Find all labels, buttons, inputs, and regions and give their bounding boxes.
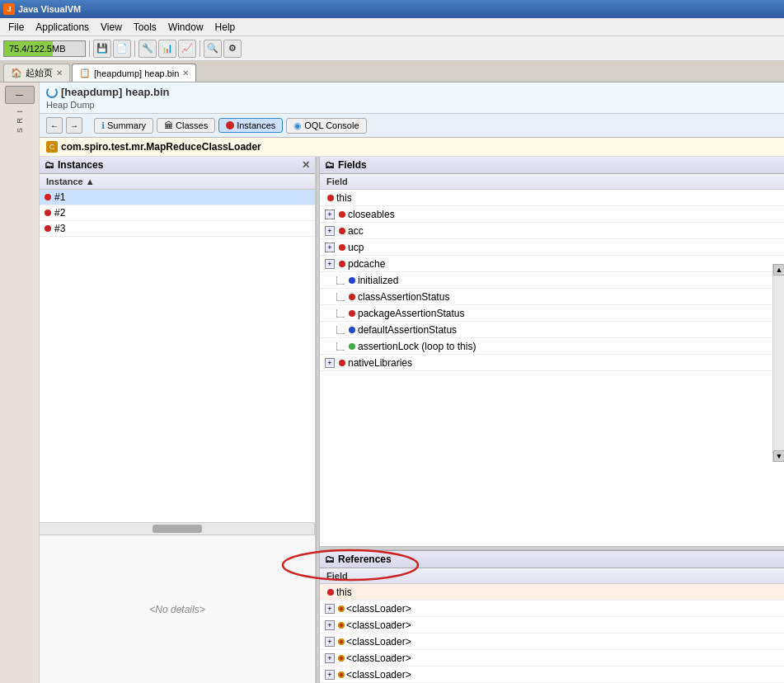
toolbar-btn-1[interactable]: 💾 bbox=[93, 40, 111, 58]
toolbar-btn-4[interactable]: 📊 bbox=[158, 40, 176, 58]
instances-title: 🗂 Instances bbox=[45, 159, 103, 171]
heap-title-text: [heapdump] heap.bin bbox=[61, 86, 169, 98]
nav-back[interactable]: ← bbox=[46, 117, 63, 134]
nav-forward[interactable]: → bbox=[66, 117, 82, 134]
instances-label: Instances bbox=[237, 120, 275, 130]
field-name-package-assertion: packageAssertionStatus bbox=[358, 308, 464, 319]
table-row[interactable]: #1 bbox=[40, 190, 315, 205]
menu-file[interactable]: File bbox=[3, 20, 29, 35]
ref-name-classloader-1: <classLoader> bbox=[346, 603, 411, 615]
field-expand-pdcache[interactable]: + bbox=[325, 259, 335, 269]
field-name-this: this bbox=[336, 192, 352, 204]
field-row[interactable]: classAssertionStatus bbox=[320, 289, 784, 305]
ref-row[interactable]: + <classLoader> bbox=[320, 667, 784, 683]
class-bar: C com.spiro.test.mr.MapReduceClassLoader bbox=[40, 138, 784, 157]
fields-table-header: Field bbox=[320, 174, 784, 190]
toolbar-btn-3[interactable]: 🔧 bbox=[138, 40, 157, 58]
nav-classes[interactable]: 🏛 Classes bbox=[157, 118, 215, 133]
hscroll-thumb bbox=[153, 525, 202, 533]
field-row[interactable]: + closeables bbox=[320, 206, 784, 223]
instances-vscroll[interactable]: ▲ ▼ bbox=[772, 264, 784, 462]
ref-expand-4[interactable]: + bbox=[325, 653, 335, 663]
menu-view[interactable]: View bbox=[96, 20, 127, 35]
instances-panel-icon: 🗂 bbox=[45, 159, 54, 171]
tab-heap-close[interactable]: ✕ bbox=[182, 68, 189, 78]
ref-name-classloader-4: <classLoader> bbox=[346, 652, 411, 664]
class-name: com.spiro.test.mr.MapReduceClassLoader bbox=[61, 141, 261, 153]
field-row[interactable]: assertionLock (loop to this) bbox=[320, 338, 784, 355]
vscroll-up[interactable]: ▲ bbox=[773, 264, 784, 276]
field-row[interactable]: packageAssertionStatus bbox=[320, 305, 784, 322]
menu-tools[interactable]: Tools bbox=[129, 20, 162, 35]
toolbar-btn-6[interactable]: 🔍 bbox=[204, 40, 222, 58]
tab-start-page[interactable]: 🏠 起始页 ✕ bbox=[3, 64, 70, 82]
instance-id-2: #2 bbox=[54, 207, 65, 219]
menu-applications[interactable]: Applications bbox=[31, 20, 94, 35]
field-icon-this bbox=[327, 195, 334, 201]
heap-loading-icon bbox=[46, 87, 58, 98]
field-row[interactable]: initialized bbox=[320, 272, 784, 289]
sidebar-label-1: I bbox=[14, 109, 26, 115]
ref-row[interactable]: this bbox=[320, 584, 784, 601]
table-row[interactable]: #3 bbox=[40, 221, 315, 237]
tab-heapdump[interactable]: 📋 [heapdump] heap.bin ✕ bbox=[72, 64, 196, 82]
field-row[interactable]: this bbox=[320, 190, 784, 206]
ref-expand-5[interactable]: + bbox=[325, 670, 335, 680]
field-expand-acc[interactable]: + bbox=[325, 226, 335, 236]
references-label: References bbox=[338, 553, 392, 565]
tab-heap-label: [heapdump] heap.bin bbox=[94, 68, 179, 78]
field-row[interactable]: + acc bbox=[320, 223, 784, 239]
ref-name-classloader-3: <classLoader> bbox=[346, 636, 411, 648]
toolbar-separator-3 bbox=[200, 40, 200, 57]
field-tree-line bbox=[336, 276, 345, 285]
ref-row[interactable]: + <classLoader> bbox=[320, 650, 784, 667]
field-name-pdcache: pdcache bbox=[348, 258, 385, 270]
toolbar-separator-1 bbox=[89, 40, 90, 57]
field-tree-line bbox=[336, 326, 345, 334]
menu-help[interactable]: Help bbox=[210, 20, 241, 35]
ref-expand-2[interactable]: + bbox=[325, 620, 335, 630]
toolbar-btn-5[interactable]: 📈 bbox=[178, 40, 196, 58]
field-row[interactable]: + ucp bbox=[320, 239, 784, 256]
ref-row[interactable]: + <classLoader> bbox=[320, 634, 784, 650]
table-row[interactable]: #2 bbox=[40, 205, 315, 221]
field-icon-package-assertion bbox=[349, 310, 355, 317]
sidebar-collapse[interactable]: — bbox=[5, 86, 35, 104]
ref-icon-classloader-3 bbox=[338, 638, 345, 645]
field-row[interactable]: defaultAssertionStatus bbox=[320, 322, 784, 338]
nav-summary[interactable]: ℹ Summary bbox=[94, 118, 153, 134]
ref-icon-classloader-5 bbox=[338, 671, 345, 678]
field-expand-native[interactable]: + bbox=[325, 358, 335, 368]
ref-row[interactable]: + <classLoader> bbox=[320, 601, 784, 617]
instance-id-1: #1 bbox=[54, 191, 65, 203]
nav-oql[interactable]: ◉ OQL Console bbox=[286, 118, 366, 134]
field-expand-closeables[interactable]: + bbox=[325, 210, 335, 219]
sidebar-label-3: S bbox=[14, 126, 26, 134]
instances-table-header: Instance ▲ bbox=[40, 174, 315, 190]
toolbar-btn-7[interactable]: ⚙ bbox=[223, 40, 242, 58]
ref-name-this: this bbox=[336, 586, 352, 598]
field-row[interactable]: + pdcache bbox=[320, 256, 784, 272]
menu-window[interactable]: Window bbox=[163, 20, 209, 35]
instances-close-button[interactable]: ✕ bbox=[302, 159, 310, 171]
field-icon-class-assertion bbox=[349, 294, 355, 300]
nav-instances[interactable]: Instances bbox=[218, 118, 283, 133]
menu-bar: File Applications View Tools Window Help bbox=[0, 18, 784, 36]
field-icon-pdcache bbox=[339, 261, 345, 267]
tab-bar: 🏠 起始页 ✕ 📋 [heapdump] heap.bin ✕ bbox=[0, 61, 784, 82]
vscroll-down[interactable]: ▼ bbox=[773, 450, 784, 462]
field-row[interactable]: + nativeLibraries bbox=[320, 355, 784, 371]
instances-hscroll[interactable] bbox=[40, 523, 315, 535]
ref-row[interactable]: + <classLoader> bbox=[320, 617, 784, 634]
toolbar: 75.4/122.5MB 💾 📄 🔧 📊 📈 🔍 ⚙ bbox=[0, 36, 784, 61]
references-column-header: Field bbox=[323, 570, 351, 582]
toolbar-btn-2[interactable]: 📄 bbox=[113, 40, 131, 58]
ref-expand-3[interactable]: + bbox=[325, 637, 335, 647]
summary-icon: ℹ bbox=[101, 120, 105, 131]
ref-expand-1[interactable]: + bbox=[325, 604, 335, 614]
row-icon-1 bbox=[45, 194, 51, 200]
field-expand-ucp[interactable]: + bbox=[325, 243, 335, 252]
tab-start-close[interactable]: ✕ bbox=[56, 68, 63, 78]
memory-indicator: 75.4/122.5MB bbox=[3, 40, 86, 57]
content-area: [heapdump] heap.bin Heap Dump ← → ℹ Summ… bbox=[40, 82, 784, 683]
